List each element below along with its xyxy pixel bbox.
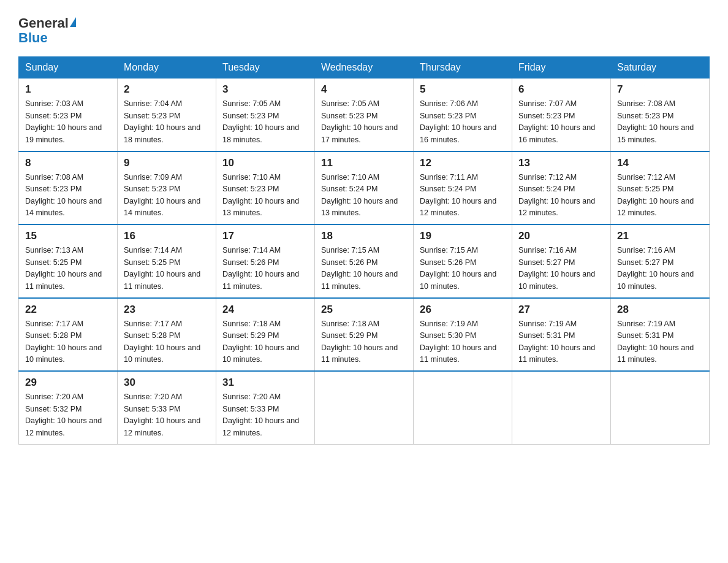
day-number: 18: [321, 230, 407, 242]
day-number: 28: [617, 304, 703, 316]
header-wednesday: Wednesday: [315, 57, 414, 79]
day-number: 6: [518, 83, 604, 96]
calendar-cell: 29Sunrise: 7:20 AMSunset: 5:32 PMDayligh…: [19, 371, 118, 444]
day-info: Sunrise: 7:12 AMSunset: 5:24 PMDaylight:…: [518, 172, 604, 220]
day-number: 22: [25, 304, 111, 316]
day-info: Sunrise: 7:05 AMSunset: 5:23 PMDaylight:…: [222, 98, 308, 146]
day-number: 16: [124, 230, 210, 242]
calendar-cell: 30Sunrise: 7:20 AMSunset: 5:33 PMDayligh…: [118, 371, 216, 444]
header-thursday: Thursday: [414, 57, 512, 79]
week-row-2: 8Sunrise: 7:08 AMSunset: 5:23 PMDaylight…: [19, 151, 710, 225]
day-number: 27: [518, 304, 604, 316]
day-number: 10: [222, 157, 308, 169]
logo-text-blue: Blue: [18, 31, 48, 45]
day-info: Sunrise: 7:09 AMSunset: 5:23 PMDaylight:…: [124, 172, 210, 220]
calendar-cell: 24Sunrise: 7:18 AMSunset: 5:29 PMDayligh…: [216, 298, 315, 372]
day-info: Sunrise: 7:19 AMSunset: 5:31 PMDaylight:…: [518, 318, 604, 366]
header-sunday: Sunday: [19, 57, 118, 79]
day-info: Sunrise: 7:08 AMSunset: 5:23 PMDaylight:…: [617, 98, 703, 146]
day-number: 24: [222, 304, 308, 316]
day-number: 15: [25, 230, 111, 242]
calendar-header-row: SundayMondayTuesdayWednesdayThursdayFrid…: [19, 57, 710, 79]
day-number: 9: [124, 157, 210, 169]
day-info: Sunrise: 7:10 AMSunset: 5:24 PMDaylight:…: [321, 172, 407, 220]
calendar-cell: [315, 371, 414, 444]
calendar-cell: [414, 371, 512, 444]
calendar-cell: 15Sunrise: 7:13 AMSunset: 5:25 PMDayligh…: [19, 224, 118, 298]
day-info: Sunrise: 7:12 AMSunset: 5:25 PMDaylight:…: [617, 172, 703, 220]
day-info: Sunrise: 7:18 AMSunset: 5:29 PMDaylight:…: [222, 318, 308, 366]
day-info: Sunrise: 7:20 AMSunset: 5:32 PMDaylight:…: [25, 391, 111, 439]
calendar-cell: 4Sunrise: 7:05 AMSunset: 5:23 PMDaylight…: [315, 79, 414, 151]
day-number: 12: [420, 157, 506, 169]
logo: General Blue: [18, 12, 76, 45]
calendar-cell: 3Sunrise: 7:05 AMSunset: 5:23 PMDaylight…: [216, 79, 315, 151]
day-number: 14: [617, 157, 703, 169]
day-info: Sunrise: 7:19 AMSunset: 5:31 PMDaylight:…: [617, 318, 703, 366]
day-number: 23: [124, 304, 210, 316]
header-friday: Friday: [512, 57, 611, 79]
header-saturday: Saturday: [611, 57, 710, 79]
calendar-cell: 27Sunrise: 7:19 AMSunset: 5:31 PMDayligh…: [512, 298, 611, 372]
calendar-cell: 21Sunrise: 7:16 AMSunset: 5:27 PMDayligh…: [611, 224, 710, 298]
calendar-cell: 14Sunrise: 7:12 AMSunset: 5:25 PMDayligh…: [611, 151, 710, 225]
day-number: 31: [222, 377, 308, 389]
calendar-cell: 16Sunrise: 7:14 AMSunset: 5:25 PMDayligh…: [118, 224, 216, 298]
day-number: 19: [420, 230, 506, 242]
page-header: General Blue: [18, 12, 710, 45]
calendar-cell: 26Sunrise: 7:19 AMSunset: 5:30 PMDayligh…: [414, 298, 512, 372]
calendar-cell: 22Sunrise: 7:17 AMSunset: 5:28 PMDayligh…: [19, 298, 118, 372]
calendar-cell: 7Sunrise: 7:08 AMSunset: 5:23 PMDaylight…: [611, 79, 710, 151]
day-number: 20: [518, 230, 604, 242]
day-number: 13: [518, 157, 604, 169]
day-number: 30: [124, 377, 210, 389]
calendar-cell: 6Sunrise: 7:07 AMSunset: 5:23 PMDaylight…: [512, 79, 611, 151]
week-row-4: 22Sunrise: 7:17 AMSunset: 5:28 PMDayligh…: [19, 298, 710, 372]
day-info: Sunrise: 7:16 AMSunset: 5:27 PMDaylight:…: [518, 245, 604, 293]
calendar-cell: 9Sunrise: 7:09 AMSunset: 5:23 PMDaylight…: [118, 151, 216, 225]
day-info: Sunrise: 7:14 AMSunset: 5:25 PMDaylight:…: [124, 245, 210, 293]
calendar-cell: 20Sunrise: 7:16 AMSunset: 5:27 PMDayligh…: [512, 224, 611, 298]
calendar-cell: [611, 371, 710, 444]
calendar-table: SundayMondayTuesdayWednesdayThursdayFrid…: [18, 56, 710, 445]
calendar-cell: 1Sunrise: 7:03 AMSunset: 5:23 PMDaylight…: [19, 79, 118, 151]
header-tuesday: Tuesday: [216, 57, 315, 79]
day-info: Sunrise: 7:03 AMSunset: 5:23 PMDaylight:…: [25, 98, 111, 146]
day-info: Sunrise: 7:05 AMSunset: 5:23 PMDaylight:…: [321, 98, 407, 146]
calendar-cell: 17Sunrise: 7:14 AMSunset: 5:26 PMDayligh…: [216, 224, 315, 298]
day-number: 2: [124, 83, 210, 96]
day-number: 4: [321, 83, 407, 96]
logo-triangle-icon: [70, 17, 76, 27]
calendar-cell: 28Sunrise: 7:19 AMSunset: 5:31 PMDayligh…: [611, 298, 710, 372]
day-info: Sunrise: 7:20 AMSunset: 5:33 PMDaylight:…: [124, 391, 210, 439]
day-number: 25: [321, 304, 407, 316]
week-row-5: 29Sunrise: 7:20 AMSunset: 5:32 PMDayligh…: [19, 371, 710, 444]
calendar-cell: 19Sunrise: 7:15 AMSunset: 5:26 PMDayligh…: [414, 224, 512, 298]
day-info: Sunrise: 7:15 AMSunset: 5:26 PMDaylight:…: [321, 245, 407, 293]
day-info: Sunrise: 7:17 AMSunset: 5:28 PMDaylight:…: [25, 318, 111, 366]
day-info: Sunrise: 7:11 AMSunset: 5:24 PMDaylight:…: [420, 172, 506, 220]
day-info: Sunrise: 7:07 AMSunset: 5:23 PMDaylight:…: [518, 98, 604, 146]
day-number: 17: [222, 230, 308, 242]
calendar-cell: 11Sunrise: 7:10 AMSunset: 5:24 PMDayligh…: [315, 151, 414, 225]
calendar-cell: 2Sunrise: 7:04 AMSunset: 5:23 PMDaylight…: [118, 79, 216, 151]
calendar-cell: [512, 371, 611, 444]
day-info: Sunrise: 7:19 AMSunset: 5:30 PMDaylight:…: [420, 318, 506, 366]
day-number: 29: [25, 377, 111, 389]
day-info: Sunrise: 7:15 AMSunset: 5:26 PMDaylight:…: [420, 245, 506, 293]
day-number: 26: [420, 304, 506, 316]
day-info: Sunrise: 7:17 AMSunset: 5:28 PMDaylight:…: [124, 318, 210, 366]
header-monday: Monday: [118, 57, 216, 79]
day-info: Sunrise: 7:14 AMSunset: 5:26 PMDaylight:…: [222, 245, 308, 293]
day-info: Sunrise: 7:08 AMSunset: 5:23 PMDaylight:…: [25, 172, 111, 220]
week-row-3: 15Sunrise: 7:13 AMSunset: 5:25 PMDayligh…: [19, 224, 710, 298]
day-number: 1: [25, 83, 111, 96]
day-number: 21: [617, 230, 703, 242]
day-info: Sunrise: 7:04 AMSunset: 5:23 PMDaylight:…: [124, 98, 210, 146]
week-row-1: 1Sunrise: 7:03 AMSunset: 5:23 PMDaylight…: [19, 79, 710, 151]
logo-text-general: General: [18, 16, 69, 31]
day-info: Sunrise: 7:06 AMSunset: 5:23 PMDaylight:…: [420, 98, 506, 146]
day-number: 11: [321, 157, 407, 169]
day-info: Sunrise: 7:10 AMSunset: 5:23 PMDaylight:…: [222, 172, 308, 220]
calendar-cell: 10Sunrise: 7:10 AMSunset: 5:23 PMDayligh…: [216, 151, 315, 225]
